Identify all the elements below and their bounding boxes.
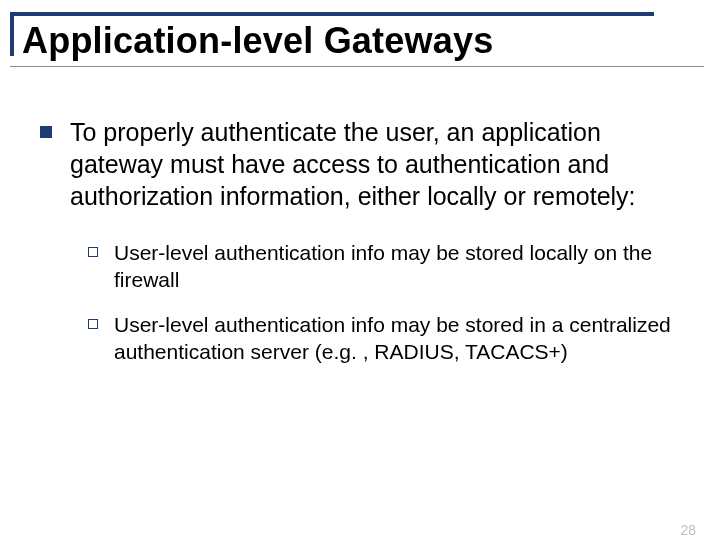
bullet-text: To properly authenticate the user, an ap… (70, 116, 680, 212)
page-number: 28 (680, 522, 696, 538)
title-rule-bottom (10, 66, 704, 67)
list-item: User-level authentication info may be st… (88, 240, 680, 294)
list-item: User-level authentication info may be st… (88, 312, 680, 366)
slide-body: To properly authenticate the user, an ap… (0, 76, 720, 366)
title-rule-top (10, 12, 654, 16)
bullet-text: User-level authentication info may be st… (114, 312, 680, 366)
square-outline-bullet-icon (88, 319, 98, 329)
bullet-text: User-level authentication info may be st… (114, 240, 680, 294)
list-item: To properly authenticate the user, an ap… (40, 116, 680, 212)
title-rule-left (10, 12, 14, 56)
slide-title: Application-level Gateways (22, 20, 493, 62)
square-bullet-icon (40, 126, 52, 138)
title-block: Application-level Gateways (0, 12, 720, 76)
slide: Application-level Gateways To properly a… (0, 12, 720, 540)
square-outline-bullet-icon (88, 247, 98, 257)
